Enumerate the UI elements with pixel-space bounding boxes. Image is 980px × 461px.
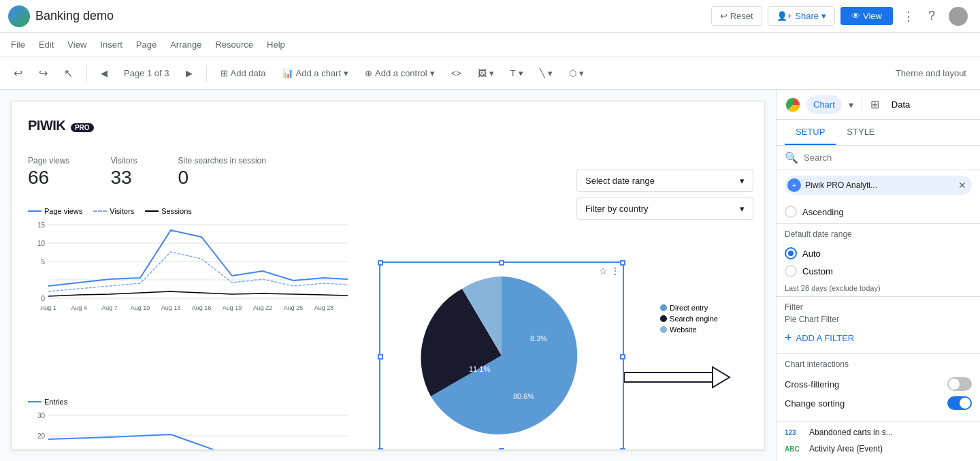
redo-button[interactable]: ↪	[33, 64, 53, 82]
right-panel: Chart ▾ ⊞ Data SETUP STYLE 🔍 + Piwik PRO…	[776, 90, 980, 461]
sort-ascending-row[interactable]: Ascending	[785, 206, 972, 218]
chart-toggle-btn[interactable]: Chart	[806, 95, 842, 114]
radio-custom-circle	[785, 265, 797, 277]
undo-icon: ↩	[14, 67, 22, 80]
handle-mr	[620, 354, 625, 360]
handle-br	[620, 448, 625, 450]
svg-text:Aug 16: Aug 16	[192, 304, 212, 311]
star-icon[interactable]: ☆	[599, 266, 608, 276]
svg-text:Aug 25: Aug 25	[284, 304, 304, 311]
code-button[interactable]: <>	[446, 65, 467, 81]
text-button[interactable]: T ▾	[505, 65, 529, 81]
menu-file[interactable]: File	[5, 37, 31, 52]
code-icon: <>	[451, 68, 461, 78]
toolbar: ↩ ↪ ↖ ◀ Page 1 of 3 ▶ ⊞ Add data 📊 Add a…	[0, 57, 980, 90]
list-item-1[interactable]: ABC Activity Area (Event)	[777, 441, 980, 457]
type-badge-0: 123	[785, 429, 804, 436]
datasource-icon: +	[787, 178, 801, 192]
canvas-area[interactable]: PIWIK PRO Page views 66 Visitors 33 Site…	[0, 90, 776, 461]
svg-text:Aug 19: Aug 19	[223, 304, 242, 311]
add-filter-icon: +	[785, 331, 792, 345]
svg-text:5: 5	[41, 258, 45, 266]
toggle-knob-cross	[949, 379, 960, 390]
stat-page-views-value: 66	[28, 167, 69, 189]
tab-style[interactable]: STYLE	[836, 120, 885, 145]
filter-country-dropdown[interactable]: Filter by country ▾	[576, 197, 753, 220]
change-sorting-toggle[interactable]	[947, 396, 972, 410]
more-chart-icon[interactable]: ⋮	[610, 266, 620, 276]
svg-text:11.1%: 11.1%	[469, 365, 490, 373]
legend-page-views: Page views	[28, 207, 82, 215]
cursor-icon: ↖	[64, 67, 73, 80]
search-icon: 🔍	[785, 151, 798, 164]
search-input[interactable]	[804, 153, 972, 163]
region-icon: ⬡	[569, 68, 576, 78]
radio-auto[interactable]: Auto	[785, 244, 972, 262]
menu-arrange[interactable]: Arrange	[165, 37, 207, 52]
stat-searches: Site searches in session 0	[178, 156, 266, 189]
avatar-button[interactable]	[945, 3, 972, 30]
pie-chart[interactable]: ☆ ⋮ 8.3% 11.1% 80.6%	[379, 261, 624, 450]
more-options-button[interactable]: ⋮	[898, 5, 919, 28]
change-sorting-row: Change sorting	[785, 394, 972, 413]
image-dropdown-icon: ▾	[489, 68, 494, 78]
menu-resource[interactable]: Resource	[210, 37, 259, 52]
list-item-0[interactable]: 123 Abandoned carts in s...	[777, 424, 980, 441]
reset-button[interactable]: ↩ Reset	[711, 6, 762, 26]
svg-text:Aug 4: Aug 4	[71, 304, 87, 311]
control-dropdown-icon: ▾	[430, 68, 435, 78]
menu-insert[interactable]: Insert	[95, 37, 128, 52]
chart-dropdown-icon: ▾	[344, 68, 348, 78]
dropdown-arrow-icon-2: ▾	[740, 204, 745, 214]
cross-filtering-toggle[interactable]	[947, 377, 972, 391]
add-filter-button[interactable]: + ADD A FILTER	[785, 328, 854, 348]
tab-setup[interactable]: SETUP	[785, 120, 836, 145]
date-note: Last 28 days (exclude today)	[777, 283, 980, 296]
region-dropdown-icon: ▾	[579, 68, 584, 78]
canvas-page: PIWIK PRO Page views 66 Visitors 33 Site…	[11, 101, 765, 450]
add-data-button[interactable]: ⊞ Add data	[215, 65, 272, 81]
svg-text:Aug 22: Aug 22	[253, 304, 273, 311]
menu-help[interactable]: Help	[261, 37, 291, 52]
page-indicator: Page 1 of 3	[118, 68, 175, 78]
help-button[interactable]: ?	[924, 5, 939, 27]
theme-layout-button[interactable]: Theme and layout	[890, 65, 972, 81]
shape-button[interactable]: ╲ ▾	[534, 65, 558, 81]
datasource-close-icon[interactable]: ✕	[958, 180, 966, 191]
region-button[interactable]: ⬡ ▾	[564, 65, 589, 81]
undo-button[interactable]: ↩	[8, 64, 28, 82]
cross-filtering-row: Cross-filtering	[785, 375, 972, 394]
pie-legend-website: Website	[660, 325, 718, 334]
menu-edit[interactable]: Edit	[33, 37, 59, 52]
line-chart: Page views Visitors Sessions	[28, 207, 355, 330]
redo-icon: ↪	[39, 67, 48, 80]
menu-page[interactable]: Page	[131, 37, 162, 52]
cursor-tool-button[interactable]: ↖	[59, 64, 78, 82]
add-chart-button[interactable]: 📊 Add a chart ▾	[277, 65, 355, 81]
list-item-2[interactable]: ABC Blog author (Event)	[777, 457, 980, 461]
panel-scroll-area[interactable]: Default date range Auto Custom Last 28 d…	[777, 224, 980, 461]
shape-dropdown-icon: ▾	[548, 68, 553, 78]
add-control-button[interactable]: ⊕ Add a control ▾	[359, 65, 440, 81]
svg-text:20: 20	[37, 432, 46, 440]
radio-custom[interactable]: Custom	[785, 262, 972, 280]
date-range-dropdown[interactable]: Select date range ▾	[576, 170, 753, 192]
page-forward-button[interactable]: ▶	[180, 65, 198, 81]
stat-page-views-label: Page views	[28, 156, 69, 165]
legend-line-sessions	[145, 210, 159, 212]
data-toggle-btn[interactable]: Data	[885, 95, 917, 114]
view-button[interactable]: 👁 View	[840, 7, 893, 25]
menu-view[interactable]: View	[62, 37, 92, 52]
image-button[interactable]: 🖼 ▾	[472, 65, 500, 81]
chart-legend: Page views Visitors Sessions	[28, 207, 355, 215]
svg-text:Aug 10: Aug 10	[131, 304, 150, 311]
data-list: 123 Abandoned carts in s... ABC Activity…	[777, 418, 980, 461]
setup-style-tabs: SETUP STYLE	[777, 120, 980, 146]
datasource-name: Piwik PRO Analyti...	[805, 180, 954, 190]
page-back-button[interactable]: ◀	[95, 65, 113, 81]
main-container: PIWIK PRO Page views 66 Visitors 33 Site…	[0, 90, 980, 461]
share-button[interactable]: 👤+ Share ▾	[768, 6, 835, 26]
chart-chevron-icon[interactable]: ▾	[849, 99, 853, 110]
chart-toolbar: ☆ ⋮	[599, 266, 620, 276]
legend-line-visitors	[93, 210, 107, 212]
